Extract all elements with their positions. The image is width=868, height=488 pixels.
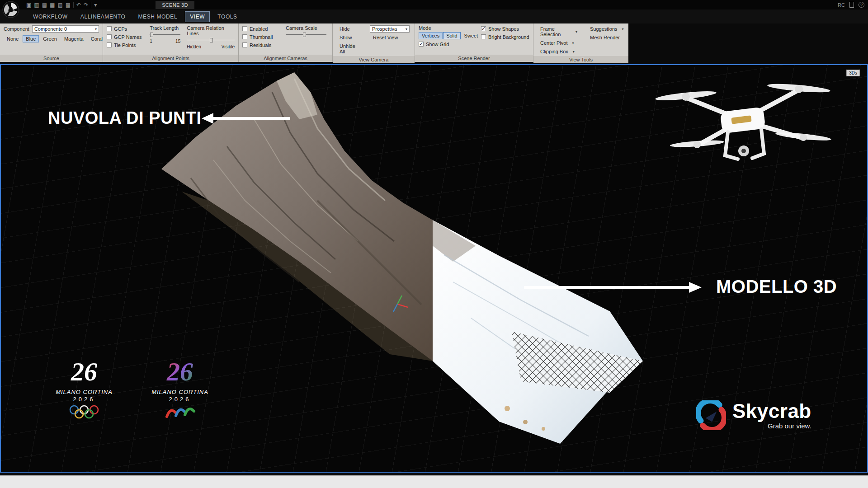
milano-mark-white: 26 bbox=[50, 357, 118, 386]
menu-view[interactable]: VIEW bbox=[185, 11, 210, 22]
undo-icon[interactable]: ↶ bbox=[76, 2, 81, 8]
checkbox-box bbox=[242, 34, 247, 39]
source-blue-button[interactable]: Blue bbox=[23, 35, 39, 42]
camera-scale-label: Camera Scale bbox=[286, 25, 326, 31]
scene-tab[interactable]: SCENE 3D bbox=[156, 1, 194, 9]
button-label: Frame Selection bbox=[540, 26, 571, 37]
svg-text:26: 26 bbox=[71, 357, 97, 386]
chevron-down-icon: ▾ bbox=[572, 41, 574, 45]
chevron-down-icon: ▾ bbox=[622, 27, 624, 31]
checkbox-box bbox=[242, 42, 247, 47]
enabled-checkbox[interactable]: Enabled bbox=[242, 25, 279, 32]
camera-relation-slider[interactable] bbox=[187, 38, 235, 43]
suggestions-button[interactable]: Suggestions ▾ bbox=[587, 25, 625, 33]
olympic-rings-icon bbox=[68, 405, 100, 419]
terrain-model bbox=[433, 220, 643, 444]
layout-quad-icon[interactable]: ▩ bbox=[66, 2, 71, 8]
skycrab-name: Skycrab bbox=[732, 401, 811, 421]
checkbox-box bbox=[107, 42, 112, 47]
button-label: Clipping Box bbox=[540, 49, 568, 54]
mesh-render-button[interactable]: Mesh Render bbox=[587, 34, 625, 41]
button-label: Suggestions bbox=[590, 26, 618, 32]
menu-tools[interactable]: TOOLS bbox=[212, 11, 242, 22]
center-pivot-button[interactable]: Center Pivot ▾ bbox=[537, 39, 580, 47]
checkbox-label: Enabled bbox=[250, 26, 268, 32]
source-green-button[interactable]: Green bbox=[40, 35, 60, 42]
button-label: Center Pivot bbox=[540, 40, 568, 46]
menu-workflow[interactable]: WORKFLOW bbox=[28, 11, 73, 22]
layout-split-icon[interactable]: ▧ bbox=[57, 2, 62, 8]
ribbon-group-alignment-cameras: Enabled Thumbnail Residuals Camera Scale… bbox=[239, 23, 333, 62]
paralympic-agitos-icon bbox=[163, 405, 197, 419]
checkbox-box bbox=[481, 34, 486, 39]
annotation-pointcloud-label: NUVOLA DI PUNTI bbox=[48, 108, 202, 128]
milano-name: MILANO CORTINA bbox=[48, 389, 120, 395]
gcps-checkbox[interactable]: GCPs bbox=[107, 25, 143, 32]
projection-value: Prospettiva bbox=[372, 26, 397, 32]
skycrab-icon bbox=[696, 400, 726, 430]
ribbon-group-view-camera: Hide Show Unhide All Prospettiva ▾ Reset… bbox=[333, 23, 415, 62]
view-badge-3ds[interactable]: 3Ds bbox=[846, 70, 860, 76]
projection-select[interactable]: Prospettiva ▾ bbox=[370, 25, 410, 33]
show-shapes-checkbox[interactable]: Show Shapes bbox=[481, 25, 529, 32]
section-label-alignment-cameras: Alignment Cameras bbox=[239, 55, 332, 62]
milano-cortina-paralympic-logo: 26 MILANO CORTINA 2026 bbox=[144, 357, 216, 421]
ribbon: Component Componente 0 ▾ None Blue Green… bbox=[0, 23, 868, 62]
ribbon-group-view-tools: Frame Selection ▾ Center Pivot ▾ Clippin… bbox=[533, 23, 628, 62]
divider bbox=[91, 2, 91, 8]
section-label-alignment-points: Alignment Points bbox=[103, 55, 238, 62]
titlebar: ▣ ▥ ▤ ▦ ▧ ▩ ↶ ↷ ▾ SCENE 3D RC ? bbox=[0, 0, 868, 9]
scene-3d-viewport[interactable]: NUVOLA DI PUNTI MODELLO 3D 3Ds 26 MILANO… bbox=[0, 64, 868, 473]
camera-scale-slider[interactable] bbox=[286, 32, 326, 38]
reset-view-button[interactable]: Reset View bbox=[370, 34, 410, 41]
checkbox-label: GCP Names bbox=[114, 34, 142, 40]
mode-label: Mode bbox=[419, 25, 475, 31]
checkbox-box bbox=[107, 34, 112, 39]
layout-columns-icon[interactable]: ▥ bbox=[34, 2, 39, 8]
tie-points-checkbox[interactable]: Tie Points bbox=[107, 42, 143, 48]
milano-name: MILANO CORTINA bbox=[144, 389, 216, 395]
layout-single-icon[interactable]: ▣ bbox=[26, 2, 31, 8]
source-none-button[interactable]: None bbox=[4, 35, 22, 42]
unhide-all-button[interactable]: Unhide All bbox=[336, 42, 363, 55]
document-icon[interactable] bbox=[849, 2, 854, 8]
layout-grid-icon[interactable]: ▦ bbox=[50, 2, 55, 8]
section-label-view-camera: View Camera bbox=[333, 56, 415, 63]
chevron-down-icon: ▾ bbox=[576, 30, 577, 34]
menu-mesh-model[interactable]: MESH MODEL bbox=[133, 11, 182, 22]
show-button[interactable]: Show bbox=[336, 34, 363, 41]
help-icon[interactable]: ? bbox=[859, 2, 864, 8]
mode-vertices-button[interactable]: Vertices bbox=[419, 32, 443, 39]
skycrab-logo: Skycrab Grab our view. bbox=[696, 400, 811, 430]
gcp-names-checkbox[interactable]: GCP Names bbox=[107, 33, 143, 40]
checkbox-label: Show Shapes bbox=[488, 26, 519, 32]
track-length-slider[interactable] bbox=[150, 32, 180, 38]
bright-background-checkbox[interactable]: Bright Background bbox=[481, 33, 529, 40]
chevron-down-icon: ▾ bbox=[406, 27, 407, 31]
checkbox-label: Bright Background bbox=[488, 34, 529, 40]
component-select[interactable]: Componente 0 ▾ bbox=[32, 25, 99, 33]
residuals-checkbox[interactable]: Residuals bbox=[242, 42, 279, 48]
mode-sweet-button[interactable]: Sweet bbox=[461, 32, 481, 39]
checkbox-label: GCPs bbox=[114, 26, 127, 32]
component-label: Component bbox=[4, 26, 29, 32]
mode-solid-button[interactable]: Solid bbox=[443, 32, 460, 39]
checkbox-box bbox=[107, 26, 112, 31]
checkbox-label: Residuals bbox=[250, 42, 271, 48]
user-initials[interactable]: RC bbox=[838, 2, 845, 8]
quick-access-chevron-icon[interactable]: ▾ bbox=[94, 2, 97, 8]
hide-button[interactable]: Hide bbox=[336, 25, 363, 33]
statusbar bbox=[0, 475, 868, 488]
section-label-source: Source bbox=[0, 55, 103, 62]
source-magenta-button[interactable]: Magenta bbox=[61, 35, 87, 42]
layout-rows-icon[interactable]: ▤ bbox=[42, 2, 47, 8]
menu-allineamento[interactable]: ALLINEAMENTO bbox=[75, 11, 131, 22]
app-logo[interactable] bbox=[2, 0, 20, 19]
clipping-box-button[interactable]: Clipping Box ▾ bbox=[537, 48, 580, 55]
camera-relation-lines-label: Camera Relation Lines bbox=[187, 25, 235, 36]
show-grid-checkbox[interactable]: Show Grid bbox=[419, 41, 475, 47]
frame-selection-button[interactable]: Frame Selection ▾ bbox=[537, 25, 580, 38]
redo-icon[interactable]: ↷ bbox=[84, 2, 88, 8]
checkbox-label: Show Grid bbox=[426, 42, 449, 47]
thumbnail-checkbox[interactable]: Thumbnail bbox=[242, 33, 279, 40]
